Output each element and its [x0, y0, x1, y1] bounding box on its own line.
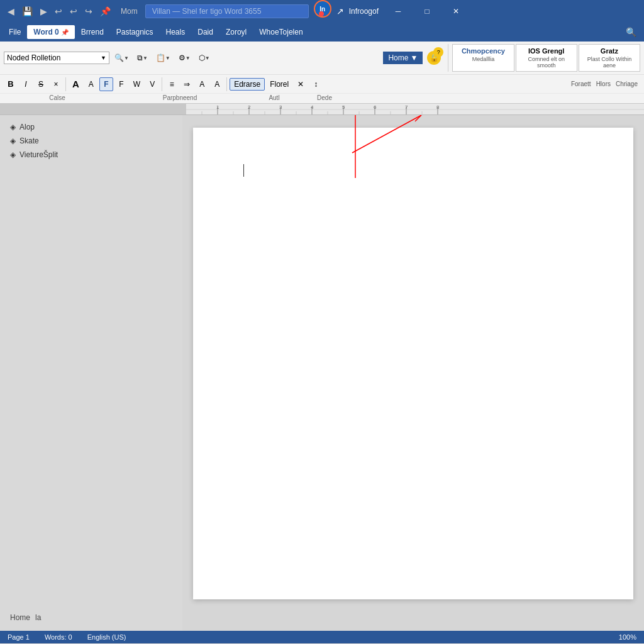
- back-btn[interactable]: ◀: [5, 5, 17, 18]
- minimize-btn[interactable]: ─: [384, 0, 413, 23]
- save-btn[interactable]: 💾: [19, 5, 35, 18]
- menu-heals[interactable]: Heals: [160, 25, 192, 39]
- format-tool-btn[interactable]: ⚙ ▼: [175, 52, 194, 64]
- chriage-label: Chriage: [616, 80, 638, 87]
- status-words[interactable]: Words: 0: [42, 633, 75, 641]
- menu-search-icon[interactable]: 🔍: [621, 25, 641, 40]
- svg-text:2: 2: [248, 104, 251, 110]
- left-panel-footer: Home la: [0, 609, 182, 626]
- svg-text:4: 4: [311, 104, 314, 110]
- ruler: 1 2 3 4 5 6 7 8: [0, 104, 644, 115]
- strikethrough-btn[interactable]: S: [34, 77, 48, 91]
- menu-bar: File Word 0 📌 Brrend Pastagnics Heals Da…: [0, 23, 644, 42]
- paste-tool-btn[interactable]: 📋 ▼: [153, 52, 174, 64]
- copy-tool-btn[interactable]: ⧉ ▼: [134, 52, 151, 64]
- style-gratz[interactable]: Gratz Plast Collo Within aene: [579, 44, 640, 72]
- close-btn[interactable]: ✕: [441, 0, 470, 23]
- font-color-btn[interactable]: A: [210, 77, 224, 91]
- doc-page[interactable]: [193, 128, 633, 599]
- menu-word[interactable]: Word 0 📌: [27, 25, 74, 39]
- forward-btn[interactable]: ▶: [38, 5, 50, 18]
- menu-daid[interactable]: Daid: [191, 25, 219, 39]
- bold-btn[interactable]: B: [4, 77, 18, 91]
- font-format-btn[interactable]: F: [99, 77, 113, 91]
- status-bar: Page 1 Words: 0 English (US) 100%: [0, 631, 644, 643]
- fmt-sep2: [162, 77, 162, 91]
- menu-zoroyl[interactable]: Zoroyl: [219, 25, 253, 39]
- sort-btn[interactable]: ↕: [309, 77, 323, 91]
- undo-btn[interactable]: ↩: [52, 5, 65, 18]
- svg-text:8: 8: [436, 104, 440, 110]
- menu-word-label: Word 0: [33, 28, 58, 36]
- dede-label: Dede: [299, 94, 350, 101]
- align-btn[interactable]: ≡: [165, 77, 179, 91]
- menu-brrend[interactable]: Brrend: [75, 25, 110, 39]
- paste-tool-icon: 📋: [156, 53, 165, 62]
- window-controls: ─ □ ✕: [384, 0, 470, 23]
- color-w-btn[interactable]: W: [130, 77, 144, 91]
- ribbon-area: Noded Rolletion ▼ 🔍 ▼ ⧉ ▼ 📋 ▼ ⚙ ▼ ⬡ ▼ Ho…: [0, 42, 644, 104]
- font-selector[interactable]: Noded Rolletion ▼: [4, 52, 109, 64]
- left-panel-viewuresplit[interactable]: ◈ VietureŠplit: [0, 148, 182, 162]
- flow-btn[interactable]: Florel: [266, 77, 292, 91]
- profile-label[interactable]: Infroogof: [349, 7, 379, 16]
- home-dropdown-btn[interactable]: Home ▼: [383, 52, 423, 64]
- redo-btn[interactable]: ↪: [82, 5, 95, 18]
- title-search-input[interactable]: [145, 4, 309, 18]
- font-size-up-btn[interactable]: A: [69, 76, 83, 92]
- select-tool-icon: ⬡: [199, 53, 205, 62]
- menu-file[interactable]: File: [3, 25, 27, 39]
- font-format2-btn[interactable]: F: [114, 77, 128, 91]
- svg-text:5: 5: [342, 104, 345, 110]
- left-panel-skate[interactable]: ◈ Skate: [0, 134, 182, 148]
- font-size-down-btn[interactable]: A: [84, 77, 98, 91]
- color-v-btn[interactable]: V: [145, 77, 159, 91]
- style-gratz-label: Plast Collo Within aene: [583, 56, 636, 69]
- style-ios-grengl-label: Comned elt on smooth: [520, 56, 573, 69]
- format-tool-icon: ⚙: [179, 53, 186, 62]
- svg-line-27: [415, 115, 421, 121]
- svg-text:7: 7: [405, 104, 408, 110]
- style-ios-grengl[interactable]: IOS Grengl Comned elt on smooth: [516, 44, 577, 72]
- indent-btn[interactable]: ⇒: [180, 77, 194, 91]
- home-btn-arrow: ▼: [410, 53, 418, 62]
- styles-panel: Chmopcency Medalllia IOS Grengl Comned e…: [448, 44, 640, 72]
- select-tool-btn[interactable]: ⬡ ▼: [196, 52, 213, 64]
- erase-btn[interactable]: Edrarse: [230, 78, 265, 91]
- alop-icon: ◈: [10, 123, 16, 131]
- undo2-btn[interactable]: ↩: [67, 5, 80, 18]
- svg-text:6: 6: [374, 104, 377, 110]
- font-dropdown-arrow: ▼: [101, 55, 106, 61]
- menu-whoetojelen[interactable]: WhoeTojelen: [253, 25, 309, 39]
- close-fmt-btn[interactable]: ✕: [294, 77, 308, 91]
- skate-label: Skate: [19, 136, 39, 145]
- word-pin-icon: 📌: [61, 29, 69, 36]
- ribbon-row1: Noded Rolletion ▼ 🔍 ▼ ⧉ ▼ 📋 ▼ ⚙ ▼ ⬡ ▼ Ho…: [0, 42, 644, 74]
- style-gratz-name: Gratz: [583, 47, 636, 55]
- search-tool-btn[interactable]: 🔍 ▼: [111, 52, 132, 64]
- status-page[interactable]: Page 1: [5, 633, 32, 641]
- home-btn-label: Home: [388, 53, 408, 62]
- doc-area: [182, 115, 644, 631]
- highlight-btn[interactable]: A: [195, 77, 209, 91]
- fmt-sep3: [226, 77, 227, 91]
- autl-label: Autl: [249, 94, 299, 101]
- italic-btn[interactable]: I: [19, 77, 33, 91]
- home-section-label2: la: [35, 613, 41, 622]
- ribbon-section-labels: Calse Parpbneend Autl Dede: [0, 93, 644, 103]
- style-chmopcency[interactable]: Chmopcency Medalllia: [452, 44, 514, 72]
- menu-pastagnics[interactable]: Pastagnics: [110, 25, 160, 39]
- maximize-btn[interactable]: □: [413, 0, 441, 23]
- share-icon[interactable]: ↗: [336, 6, 344, 16]
- status-zoom[interactable]: 100%: [616, 633, 639, 641]
- status-language[interactable]: English (US): [85, 633, 129, 641]
- hlors-label: Hlors: [596, 80, 611, 87]
- copy-tool-icon: ⧉: [137, 53, 143, 62]
- font-name-text: Noded Rolletion: [7, 53, 60, 62]
- left-panel-alop[interactable]: ◈ Alop: [0, 120, 182, 134]
- svg-text:1: 1: [216, 104, 219, 110]
- pin-btn[interactable]: 📌: [97, 5, 113, 18]
- cross-btn[interactable]: ×: [49, 77, 63, 91]
- style-chmopcency-label: Medalllia: [457, 56, 509, 62]
- title-bar: ◀ 💾 ▶ ↩ ↩ ↪ 📌 Mom In ↗ Infroogof ─ □ ✕: [0, 0, 644, 23]
